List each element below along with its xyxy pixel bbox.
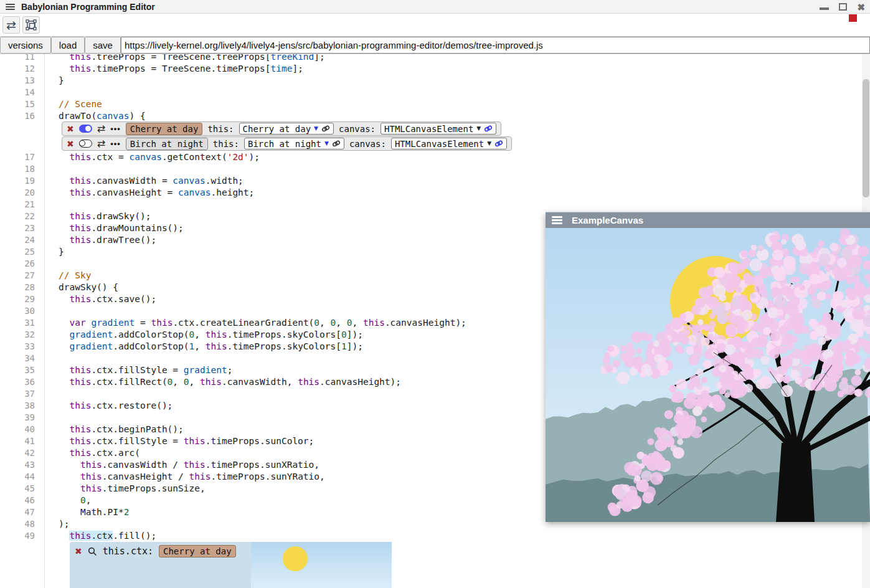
code-line[interactable]: this.ctx.fill(); bbox=[59, 530, 156, 542]
line-number: 29 bbox=[0, 293, 35, 305]
line-number: 24 bbox=[0, 234, 35, 246]
code-line[interactable]: this.timeProps = TreeScene.timeProps[tim… bbox=[59, 63, 303, 75]
transform-icon bbox=[26, 19, 37, 31]
code-line[interactable]: ); bbox=[59, 518, 69, 530]
line-number: 19 bbox=[0, 175, 35, 187]
window-titlebar[interactable]: Babylonian Programming Editor ✖ bbox=[0, 0, 870, 14]
line-number: 20 bbox=[0, 187, 35, 199]
example-canvas-titlebar[interactable]: ExampleCanvas bbox=[546, 212, 870, 228]
load-button[interactable]: load bbox=[51, 37, 85, 54]
link-icon[interactable] bbox=[494, 140, 503, 147]
code-line[interactable]: var gradient = this.ctx.createLinearGrad… bbox=[59, 317, 466, 329]
address-bar: versions load save bbox=[0, 37, 870, 54]
code-line[interactable]: 0, bbox=[59, 495, 91, 506]
chevron-down-icon: ▼ bbox=[314, 126, 318, 131]
scrollbar-thumb[interactable] bbox=[863, 79, 869, 197]
minimize-button[interactable] bbox=[820, 7, 829, 10]
line-number: 30 bbox=[0, 305, 35, 317]
code-line[interactable]: this.ctx.beginPath(); bbox=[59, 424, 184, 435]
maximize-button[interactable] bbox=[839, 3, 847, 11]
menu-icon[interactable] bbox=[6, 4, 15, 10]
swap-arrows-icon[interactable]: ⇄ bbox=[97, 139, 105, 149]
code-line[interactable]: this.canvasWidth / this.timeProps.sunXRa… bbox=[59, 459, 319, 471]
line-number: 49 bbox=[0, 530, 35, 542]
transform-button[interactable] bbox=[22, 16, 40, 34]
remove-example-icon[interactable]: ✖ bbox=[67, 125, 74, 133]
code-line[interactable]: this.drawSky(); bbox=[59, 211, 151, 222]
example-canvas-title: ExampleCanvas bbox=[572, 215, 643, 225]
line-number: 22 bbox=[0, 211, 35, 222]
url-input[interactable] bbox=[121, 37, 870, 54]
link-icon[interactable] bbox=[332, 140, 341, 147]
recording-indicator bbox=[849, 14, 857, 22]
example-toggle[interactable] bbox=[79, 125, 92, 133]
code-line[interactable]: this.canvasWidth = canvas.width; bbox=[59, 175, 244, 187]
canvas-value-dropdown[interactable]: HTMLCanvasElement ▼ bbox=[381, 123, 496, 135]
probe-example-badge[interactable]: Cherry at day bbox=[159, 545, 236, 557]
code-line[interactable]: this.canvasHeight / this.timeProps.sunYR… bbox=[59, 471, 325, 483]
line-number: 13 bbox=[0, 75, 35, 87]
code-line[interactable]: this.timeProps.sunSize, bbox=[59, 483, 206, 495]
code-line[interactable]: this.treeProps = TreeScene.treeProps[tre… bbox=[59, 54, 325, 63]
code-line[interactable]: this.drawTree(); bbox=[59, 234, 156, 246]
swap-arrows-icon: ⇄ bbox=[6, 19, 16, 31]
remove-example-icon[interactable]: ✖ bbox=[67, 140, 74, 148]
code-line[interactable]: this.ctx.fillRect(0, 0, this.canvasWidth… bbox=[59, 376, 401, 388]
code-line[interactable]: this.ctx.fillStyle = this.timeProps.sunC… bbox=[59, 435, 314, 447]
this-value-dropdown[interactable]: Birch at night ▼ bbox=[244, 138, 344, 149]
magnifier-icon bbox=[88, 547, 97, 556]
chevron-down-icon: ▼ bbox=[487, 141, 491, 146]
line-number: 44 bbox=[0, 471, 35, 483]
line-number: 14 bbox=[0, 87, 35, 98]
line-number: 39 bbox=[0, 412, 35, 424]
canvas-label: canvas: bbox=[349, 139, 386, 149]
window-title: Babylonian Programming Editor bbox=[21, 2, 155, 12]
swap-button[interactable]: ⇄ bbox=[2, 16, 20, 34]
save-button[interactable]: save bbox=[85, 37, 121, 54]
code-line[interactable]: } bbox=[59, 246, 64, 258]
example-row-cherry: ✖ ⇄ ••• Cherry at day this: Cherry at da… bbox=[62, 121, 501, 136]
line-number: 47 bbox=[0, 506, 35, 518]
code-line[interactable]: Math.PI*2 bbox=[59, 506, 130, 518]
canvas-value-dropdown[interactable]: HTMLCanvasElement ▼ bbox=[391, 138, 507, 149]
example-toggle[interactable] bbox=[79, 140, 92, 148]
line-number: 31 bbox=[0, 317, 35, 329]
code-line[interactable]: this.canvasHeight = canvas.height; bbox=[59, 187, 254, 199]
code-line[interactable]: gradient.addColorStop(1, this.timeProps.… bbox=[59, 341, 363, 353]
chevron-down-icon: ▼ bbox=[476, 126, 481, 131]
code-line[interactable]: drawTo(canvas) { bbox=[59, 110, 146, 122]
link-icon[interactable] bbox=[321, 125, 330, 132]
line-number: 21 bbox=[0, 199, 35, 211]
code-line[interactable]: this.drawMountains(); bbox=[59, 222, 184, 234]
code-line[interactable]: drawSky() { bbox=[59, 282, 118, 293]
link-icon[interactable] bbox=[484, 125, 493, 132]
line-number: 17 bbox=[0, 151, 35, 163]
line-number: 37 bbox=[0, 388, 35, 400]
menu-icon[interactable] bbox=[552, 216, 562, 224]
probe-widget: ✖ this.ctx: Cherry at day bbox=[70, 542, 392, 588]
more-options-icon[interactable]: ••• bbox=[110, 140, 121, 148]
line-number: 16 bbox=[0, 110, 35, 122]
code-line[interactable]: this.ctx.arc( bbox=[59, 447, 140, 459]
code-line[interactable]: gradient.addColorStop(0, this.timeProps.… bbox=[59, 329, 363, 341]
this-value-dropdown[interactable]: Cherry at day ▼ bbox=[239, 123, 334, 135]
code-line[interactable]: this.ctx = canvas.getContext('2d'); bbox=[59, 151, 260, 163]
tree-scene-canvas bbox=[546, 228, 870, 522]
versions-button[interactable]: versions bbox=[0, 37, 51, 54]
code-line[interactable]: this.ctx.save(); bbox=[59, 293, 156, 305]
code-line[interactable]: // Scene bbox=[59, 98, 102, 110]
more-options-icon[interactable]: ••• bbox=[110, 125, 121, 133]
remove-probe-icon[interactable]: ✖ bbox=[75, 547, 82, 556]
swap-arrows-icon[interactable]: ⇄ bbox=[97, 124, 105, 134]
line-number: 42 bbox=[0, 447, 35, 459]
code-line[interactable]: } bbox=[59, 75, 64, 87]
code-line[interactable]: this.ctx.fillStyle = gradient; bbox=[59, 364, 232, 376]
close-button[interactable]: ✖ bbox=[857, 2, 865, 12]
line-number: 34 bbox=[0, 353, 35, 364]
line-number: 41 bbox=[0, 435, 35, 447]
line-number: 28 bbox=[0, 282, 35, 293]
code-line[interactable]: // Sky bbox=[59, 270, 91, 282]
example-name-badge[interactable]: Birch at night bbox=[126, 138, 208, 150]
code-line[interactable]: this.ctx.restore(); bbox=[59, 400, 173, 412]
example-name-badge[interactable]: Cherry at day bbox=[126, 123, 203, 135]
